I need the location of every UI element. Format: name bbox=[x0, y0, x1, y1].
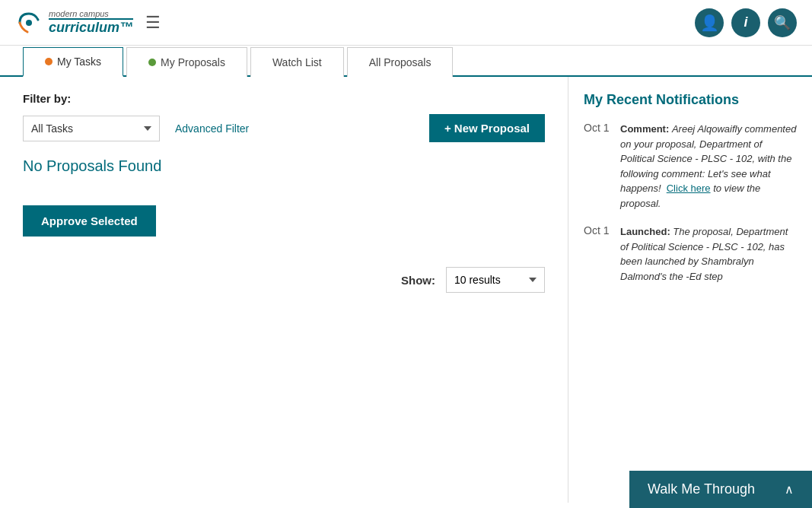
notif-content-1: Comment: Areej Alqowaifly commented on y… bbox=[620, 122, 797, 211]
show-select[interactable]: 10 results 25 results 50 results 100 res… bbox=[446, 267, 545, 293]
no-proposals-text: No Proposals Found bbox=[23, 157, 545, 175]
logo-modern-label: modern campus bbox=[49, 9, 133, 18]
notifications-title: My Recent Notifications bbox=[584, 92, 797, 108]
tab-my-tasks-label: My Tasks bbox=[57, 56, 101, 68]
header-right: 👤 i 🔍 bbox=[695, 8, 797, 37]
notif-date-2: Oct 1 bbox=[584, 224, 610, 284]
right-panel: My Recent Notifications Oct 1 Comment: A… bbox=[568, 77, 812, 503]
chevron-up-icon: ∧ bbox=[785, 482, 794, 497]
tab-my-proposals-label: My Proposals bbox=[161, 56, 225, 68]
info-button[interactable]: i bbox=[731, 8, 760, 37]
walk-me-through-label: Walk Me Through bbox=[648, 481, 755, 497]
advanced-filter-link[interactable]: Advanced Filter bbox=[175, 122, 249, 135]
user-icon: 👤 bbox=[700, 14, 719, 32]
svg-point-0 bbox=[26, 20, 32, 26]
filter-select[interactable]: All Tasks Pending Completed Archived bbox=[23, 116, 160, 141]
header: modern campus curriculum™ ☰ 👤 i 🔍 bbox=[0, 0, 812, 46]
header-left: modern campus curriculum™ ☰ bbox=[15, 9, 161, 37]
show-row: Show: 10 results 25 results 50 results 1… bbox=[23, 267, 545, 293]
notification-item: Oct 1 Comment: Areej Alqowaifly commente… bbox=[584, 122, 797, 211]
search-button[interactable]: 🔍 bbox=[768, 8, 797, 37]
notif-link-1[interactable]: Click here bbox=[667, 183, 711, 194]
notif-date-1: Oct 1 bbox=[584, 122, 610, 211]
notification-item-2: Oct 1 Launched: The proposal, Department… bbox=[584, 224, 797, 284]
logo-curriculum-label: curriculum™ bbox=[49, 18, 133, 36]
filter-label: Filter by: bbox=[23, 92, 545, 105]
new-proposal-button[interactable]: + New Proposal bbox=[429, 114, 545, 142]
logo-icon bbox=[15, 9, 43, 37]
notif-content-2: Launched: The proposal, Department of Po… bbox=[620, 224, 797, 284]
notif-type-1: Comment: bbox=[620, 123, 669, 135]
tab-dot-my-proposals bbox=[148, 59, 156, 66]
notif-type-2: Launched: bbox=[620, 226, 670, 237]
info-icon: i bbox=[744, 14, 747, 30]
user-profile-button[interactable]: 👤 bbox=[695, 8, 724, 37]
main-layout: Filter by: All Tasks Pending Completed A… bbox=[0, 77, 812, 503]
tab-watch-list[interactable]: Watch List bbox=[250, 47, 344, 77]
show-label: Show: bbox=[401, 274, 435, 287]
left-panel: Filter by: All Tasks Pending Completed A… bbox=[0, 77, 568, 503]
tab-my-proposals[interactable]: My Proposals bbox=[126, 47, 247, 77]
filter-row: All Tasks Pending Completed Archived Adv… bbox=[23, 114, 545, 142]
tab-all-proposals[interactable]: All Proposals bbox=[347, 47, 454, 77]
walk-me-through-panel[interactable]: Walk Me Through ∧ bbox=[629, 471, 812, 508]
logo-text: modern campus curriculum™ bbox=[49, 9, 133, 36]
hamburger-menu-button[interactable]: ☰ bbox=[145, 13, 161, 33]
tab-all-proposals-label: All Proposals bbox=[369, 56, 431, 68]
tab-dot-my-tasks bbox=[45, 58, 53, 65]
tab-watch-list-label: Watch List bbox=[272, 56, 322, 68]
approve-selected-button[interactable]: Approve Selected bbox=[23, 205, 156, 237]
hamburger-icon: ☰ bbox=[145, 13, 161, 32]
logo: modern campus curriculum™ bbox=[15, 9, 133, 37]
tabs-nav: My Tasks My Proposals Watch List All Pro… bbox=[0, 46, 812, 77]
search-icon: 🔍 bbox=[774, 14, 791, 31]
tab-my-tasks[interactable]: My Tasks bbox=[23, 47, 123, 77]
